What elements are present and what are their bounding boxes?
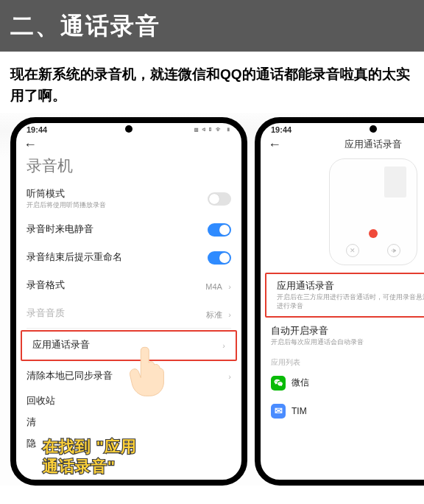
row-format[interactable]: 录音格式 M4A › bbox=[16, 272, 241, 300]
chevron-right-icon: › bbox=[228, 282, 231, 291]
row-app-record[interactable]: 应用通话录音 › bbox=[22, 332, 236, 360]
highlight-app-record: 应用通话录音 › bbox=[21, 330, 237, 361]
section-title: 二、通话录音 bbox=[10, 10, 414, 43]
camera-notch bbox=[370, 125, 377, 133]
call-end-icon: ✕ bbox=[346, 244, 359, 257]
nav-bar: ← 应用通话录音 bbox=[261, 134, 424, 154]
row-title: 听筒模式 bbox=[26, 188, 208, 200]
app-name: TIM bbox=[292, 406, 307, 416]
speaker-icon: 🕩 bbox=[387, 244, 400, 257]
nav-bar: ← bbox=[16, 134, 241, 154]
section-label: 应用列表 bbox=[261, 353, 424, 369]
camera-notch bbox=[125, 125, 132, 133]
phone-left: 19:44 ▥ ◁ ▯ ᯤ ▮ ← 录音机 听筒模式 开启后将使用听筒播放录音 … bbox=[10, 117, 247, 486]
row-listen-mode[interactable]: 听筒模式 开启后将使用听筒播放录音 bbox=[16, 182, 241, 216]
value-quality: 标准 bbox=[206, 310, 222, 319]
row-cut2: 隐 bbox=[16, 433, 241, 455]
row-title: 清除本地已同步录音 bbox=[26, 370, 113, 382]
row-app-tim[interactable]: ✉ TIM bbox=[261, 397, 424, 425]
row-title: 录音时来电静音 bbox=[26, 223, 93, 236]
status-icons: ▥ ◁ ▯ ᯤ ▮ bbox=[194, 125, 231, 133]
row-silence[interactable]: 录音时来电静音 bbox=[16, 216, 241, 244]
nav-title: 应用通话录音 bbox=[261, 138, 424, 151]
status-time: 19:44 bbox=[26, 125, 47, 134]
toggle-rename[interactable] bbox=[208, 251, 231, 265]
phone-mockups-row: 19:44 ▥ ◁ ▯ ᯤ ▮ ← 录音机 听筒模式 开启后将使用听筒播放录音 … bbox=[0, 113, 424, 486]
row-title: 录音格式 bbox=[26, 279, 65, 292]
status-bar: 19:44 ▥ ◁ ▯ ᯤ ▮ bbox=[261, 123, 424, 134]
row-title: 自动开启录音 bbox=[271, 325, 424, 337]
annotation-line2: 通话录音" bbox=[43, 457, 137, 477]
phone-right: 19:44 ▥ ◁ ▯ ᯤ ▮ ← 应用通话录音 ✕ 🕩 打开 应用通话录音 开… bbox=[255, 117, 424, 486]
wechat-icon bbox=[271, 376, 286, 391]
page-title: 录音机 bbox=[16, 154, 241, 182]
row-title: 隐 bbox=[26, 438, 36, 450]
section-header: 二、通话录音 bbox=[0, 0, 424, 52]
highlight-feature: 应用通话录音 开启后在三方应用进行语音通话时，可使用录音悬浮按钮进行录音 bbox=[265, 273, 424, 318]
row-title: 录音音质 bbox=[26, 307, 65, 320]
app-name: 微信 bbox=[292, 377, 309, 389]
status-time: 19:44 bbox=[271, 125, 292, 134]
record-dot-icon bbox=[369, 229, 378, 238]
recorder-illustration: ✕ 🕩 bbox=[329, 158, 417, 265]
row-sub: 开启后将使用听筒播放录音 bbox=[26, 201, 208, 210]
chevron-right-icon: › bbox=[228, 372, 231, 381]
row-title: 回收站 bbox=[26, 395, 55, 407]
sheet-icon bbox=[384, 167, 406, 197]
tim-icon: ✉ bbox=[271, 404, 286, 419]
row-title: 应用通话录音 bbox=[32, 339, 90, 351]
back-icon[interactable]: ← bbox=[24, 137, 37, 153]
row-auto[interactable]: 自动开启录音 开启后每次应用通话会自动录音 bbox=[261, 319, 424, 353]
value-format: M4A bbox=[205, 282, 222, 291]
row-sub: 开启后每次应用通话会自动录音 bbox=[271, 338, 424, 347]
row-clear-sync[interactable]: 清除本地已同步录音 › bbox=[16, 363, 241, 391]
toggle-listen-mode[interactable] bbox=[208, 192, 231, 206]
row-cut1: 清 bbox=[16, 412, 241, 433]
row-title: 录音结束后提示重命名 bbox=[26, 251, 122, 264]
divider bbox=[26, 328, 231, 329]
toggle-silence[interactable] bbox=[208, 223, 231, 237]
row-title: 清 bbox=[26, 416, 36, 429]
chevron-right-icon: › bbox=[228, 310, 231, 319]
intro-text: 现在新系统的录音机，就连微信和QQ的通话都能录音啦真的太实用了啊。 bbox=[0, 52, 424, 113]
row-recycle[interactable]: 回收站 bbox=[16, 391, 241, 412]
row-quality: 录音音质 标准 › bbox=[16, 300, 241, 328]
row-rename[interactable]: 录音结束后提示重命名 bbox=[16, 244, 241, 272]
row-feature[interactable]: 应用通话录音 开启后在三方应用进行语音通话时，可使用录音悬浮按钮进行录音 bbox=[266, 274, 424, 316]
row-title: 应用通话录音 bbox=[277, 280, 424, 293]
row-sub: 开启后在三方应用进行语音通话时，可使用录音悬浮按钮进行录音 bbox=[277, 293, 424, 310]
row-app-wechat[interactable]: 微信 bbox=[261, 369, 424, 397]
chevron-right-icon: › bbox=[222, 341, 225, 350]
